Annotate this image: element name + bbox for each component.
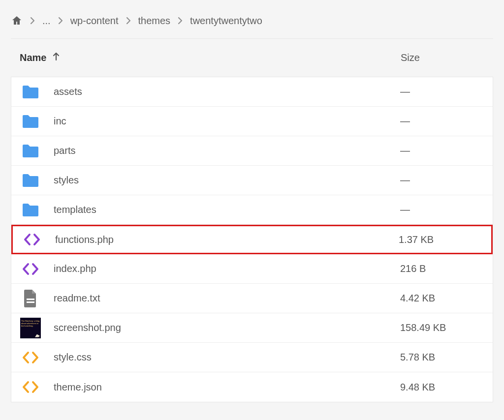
table-row[interactable]: templates— [11, 195, 493, 225]
table-row[interactable]: assets— [11, 77, 493, 107]
table-row[interactable]: parts— [11, 136, 493, 166]
file-size: 216 B [400, 263, 484, 274]
file-size: — [400, 86, 484, 97]
file-name: theme.json [54, 382, 400, 393]
folder-icon [20, 111, 41, 132]
table-row[interactable]: index.php216 B [11, 254, 493, 284]
table-row[interactable]: readme.txt4.42 KB [11, 284, 493, 313]
folder-icon [20, 141, 41, 161]
table-row[interactable]: style.css5.78 KB [11, 343, 493, 372]
file-name: styles [54, 175, 400, 186]
column-header-size[interactable]: Size [401, 52, 484, 63]
chevron-right-icon [177, 16, 183, 25]
file-name: functions.php [55, 234, 399, 245]
code-purple-icon [20, 259, 41, 279]
file-size: — [400, 145, 484, 156]
folder-icon [20, 82, 41, 102]
home-icon[interactable] [11, 15, 23, 27]
code-purple-icon [22, 229, 42, 250]
file-size: 4.42 KB [400, 293, 484, 304]
folder-icon [20, 200, 41, 220]
file-size: 158.49 KB [400, 322, 484, 333]
code-orange-icon [20, 347, 41, 368]
breadcrumb: ... wp-content themes twentytwentytwo [11, 10, 493, 39]
table-row[interactable]: inc— [11, 107, 493, 136]
table-row[interactable]: functions.php1.37 KB [11, 225, 493, 254]
doc-icon [20, 288, 41, 309]
file-size: — [400, 204, 484, 215]
file-name: readme.txt [54, 293, 400, 304]
file-name: inc [54, 116, 400, 127]
table-row[interactable]: theme.json9.48 KB [11, 372, 493, 402]
chevron-right-icon [126, 16, 131, 25]
table-header: Name Size [11, 39, 493, 77]
file-size: 5.78 KB [400, 352, 484, 363]
image-thumbnail: The Hatchery: a blogabout adventures inb… [20, 318, 41, 338]
breadcrumb-item[interactable]: themes [138, 15, 171, 27]
file-size: 1.37 KB [399, 234, 482, 245]
chevron-right-icon [30, 16, 35, 25]
code-orange-icon [20, 377, 41, 397]
file-name: style.css [54, 352, 400, 363]
file-size: — [400, 175, 484, 186]
column-name-label: Name [20, 52, 46, 63]
breadcrumb-item[interactable]: twentytwentytwo [190, 15, 262, 27]
sort-asc-icon [51, 52, 61, 64]
table-row[interactable]: styles— [11, 166, 493, 195]
breadcrumb-item[interactable]: wp-content [70, 15, 119, 27]
file-name: screenshot.png [54, 322, 400, 333]
chevron-right-icon [58, 16, 63, 25]
file-table: assets—inc—parts—styles—templates—functi… [11, 77, 493, 402]
file-name: parts [54, 145, 400, 156]
file-name: index.php [54, 263, 400, 274]
file-size: 9.48 KB [400, 382, 484, 393]
file-name: assets [54, 86, 400, 97]
table-row[interactable]: The Hatchery: a blogabout adventures inb… [11, 313, 493, 343]
column-size-label: Size [401, 52, 420, 63]
folder-icon [20, 170, 41, 191]
thumbnail-icon: The Hatchery: a blogabout adventures inb… [20, 318, 41, 338]
column-header-name[interactable]: Name [20, 52, 401, 64]
file-name: templates [54, 204, 400, 215]
file-size: — [400, 116, 484, 127]
breadcrumb-ellipsis[interactable]: ... [42, 15, 51, 27]
